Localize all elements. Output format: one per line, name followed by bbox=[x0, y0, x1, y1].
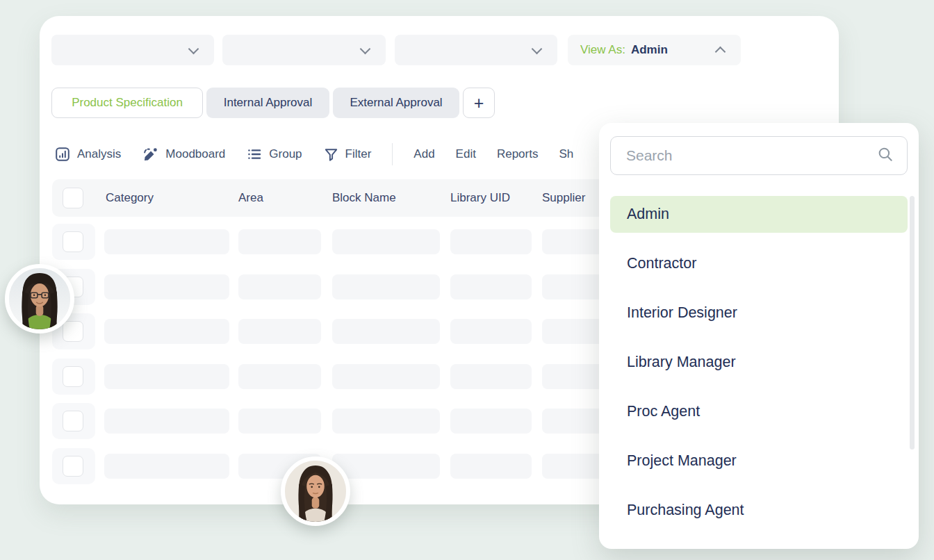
skeleton-bar bbox=[332, 319, 440, 344]
filter-button[interactable]: Filter bbox=[323, 147, 372, 163]
chevron-down-icon bbox=[188, 43, 199, 54]
woman-dark-hair-avatar bbox=[281, 456, 350, 526]
skeleton-bar bbox=[104, 319, 229, 344]
list-bulleted-icon bbox=[246, 146, 263, 163]
filter-dropdown-2[interactable] bbox=[222, 35, 386, 65]
view-as-dropdown[interactable]: View As: Admin bbox=[568, 35, 741, 65]
role-option-label: Library Manager bbox=[627, 354, 736, 371]
design-pen-icon bbox=[142, 146, 159, 163]
skeleton-bar bbox=[238, 364, 321, 389]
select-all-checkbox[interactable] bbox=[63, 188, 83, 208]
filter-dropdown-1[interactable] bbox=[51, 35, 214, 65]
chevron-up-icon bbox=[715, 46, 726, 57]
group-label: Group bbox=[269, 147, 302, 161]
view-as-value: Admin bbox=[631, 43, 668, 57]
plus-icon: + bbox=[474, 93, 484, 113]
skeleton-bar bbox=[332, 409, 440, 434]
skeleton-bar bbox=[104, 229, 229, 254]
skeleton-bar bbox=[450, 229, 532, 254]
checkbox-cell bbox=[52, 224, 95, 260]
skeleton-bar bbox=[238, 409, 321, 434]
skeleton-bar bbox=[450, 364, 532, 389]
skeleton-bar bbox=[238, 274, 321, 299]
role-option-purchasing-agent[interactable]: Purchasing Agent bbox=[610, 492, 908, 529]
bar-chart-box-icon bbox=[54, 146, 71, 163]
role-search-input[interactable] bbox=[611, 147, 876, 164]
column-header-supplier: Supplier bbox=[542, 191, 585, 205]
tab-label: Internal Approval bbox=[224, 96, 313, 110]
role-option-admin[interactable]: Admin bbox=[610, 196, 908, 233]
tab-product-specification[interactable]: Product Specification bbox=[51, 88, 203, 118]
row-checkbox[interactable] bbox=[63, 456, 83, 477]
toolbar-divider bbox=[392, 143, 393, 165]
funnel-icon bbox=[323, 147, 339, 163]
role-option-interior-designer[interactable]: Interior Designer bbox=[610, 295, 908, 331]
column-header-library-uid: Library UID bbox=[450, 191, 510, 205]
role-option-contractor[interactable]: Contractor bbox=[610, 245, 908, 282]
role-option-label: Proc Agent bbox=[627, 403, 700, 420]
view-as-role-dropdown-panel: Admin Contractor Interior Designer Libra… bbox=[599, 123, 919, 549]
role-option-library-manager[interactable]: Library Manager bbox=[610, 344, 908, 381]
column-header-category: Category bbox=[106, 191, 154, 205]
role-search-box bbox=[610, 136, 908, 175]
skeleton-bar bbox=[238, 319, 321, 344]
skeleton-bar bbox=[450, 274, 532, 299]
skeleton-bar bbox=[450, 409, 532, 434]
skeleton-bar bbox=[332, 229, 440, 254]
role-option-label: Admin bbox=[627, 206, 669, 223]
skeleton-bar bbox=[332, 364, 440, 389]
role-option-proc-agent[interactable]: Proc Agent bbox=[610, 393, 908, 430]
skeleton-bar bbox=[332, 274, 440, 299]
column-header-block-name: Block Name bbox=[332, 191, 396, 205]
view-as-label: View As: bbox=[580, 43, 625, 57]
search-icon bbox=[876, 145, 894, 166]
skeleton-bar bbox=[238, 229, 321, 254]
reports-button[interactable]: Reports bbox=[497, 147, 539, 161]
skeleton-bar bbox=[450, 319, 532, 344]
role-option-project-manager[interactable]: Project Manager bbox=[610, 443, 908, 479]
group-button[interactable]: Group bbox=[246, 146, 302, 163]
role-option-label: Project Manager bbox=[627, 452, 737, 470]
skeleton-bar bbox=[104, 364, 229, 389]
tab-external-approval[interactable]: External Approval bbox=[333, 88, 459, 118]
role-option-label: Purchasing Agent bbox=[627, 502, 744, 519]
add-tab-button[interactable]: + bbox=[463, 88, 495, 118]
skeleton-bar bbox=[104, 409, 229, 434]
role-option-label: Contractor bbox=[627, 255, 696, 272]
filter-label: Filter bbox=[345, 147, 372, 161]
tab-internal-approval[interactable]: Internal Approval bbox=[206, 88, 329, 118]
dropdown-scrollbar-thumb[interactable] bbox=[910, 196, 915, 450]
tab-label: External Approval bbox=[350, 96, 442, 110]
row-checkbox[interactable] bbox=[63, 321, 83, 342]
checkbox-cell bbox=[52, 448, 95, 484]
add-button[interactable]: Add bbox=[413, 147, 434, 161]
chevron-down-icon bbox=[360, 43, 371, 54]
column-header-area: Area bbox=[238, 191, 263, 205]
tab-label: Product Specification bbox=[72, 96, 183, 110]
checkbox-cell bbox=[52, 359, 95, 395]
role-option-label: Interior Designer bbox=[627, 304, 737, 322]
row-checkbox[interactable] bbox=[63, 366, 83, 387]
role-option-list: Admin Contractor Interior Designer Libra… bbox=[610, 196, 908, 541]
moodboard-button[interactable]: Moodboard bbox=[142, 146, 225, 163]
woman-with-glasses-avatar bbox=[5, 264, 74, 333]
share-button[interactable]: Sh bbox=[559, 147, 573, 161]
checkbox-cell bbox=[52, 403, 95, 439]
edit-button[interactable]: Edit bbox=[456, 147, 476, 161]
filter-dropdown-3[interactable] bbox=[395, 35, 557, 65]
skeleton-bar bbox=[332, 454, 440, 479]
skeleton-bar bbox=[104, 454, 229, 479]
app-screen: View As: Admin Product Specification Int… bbox=[0, 0, 934, 560]
skeleton-bar bbox=[104, 274, 229, 299]
moodboard-label: Moodboard bbox=[165, 147, 225, 161]
skeleton-bar bbox=[450, 454, 532, 479]
chevron-down-icon bbox=[532, 43, 543, 54]
analysis-label: Analysis bbox=[77, 147, 121, 161]
analysis-button[interactable]: Analysis bbox=[54, 146, 121, 163]
row-checkbox[interactable] bbox=[63, 411, 83, 431]
row-checkbox[interactable] bbox=[63, 231, 83, 252]
